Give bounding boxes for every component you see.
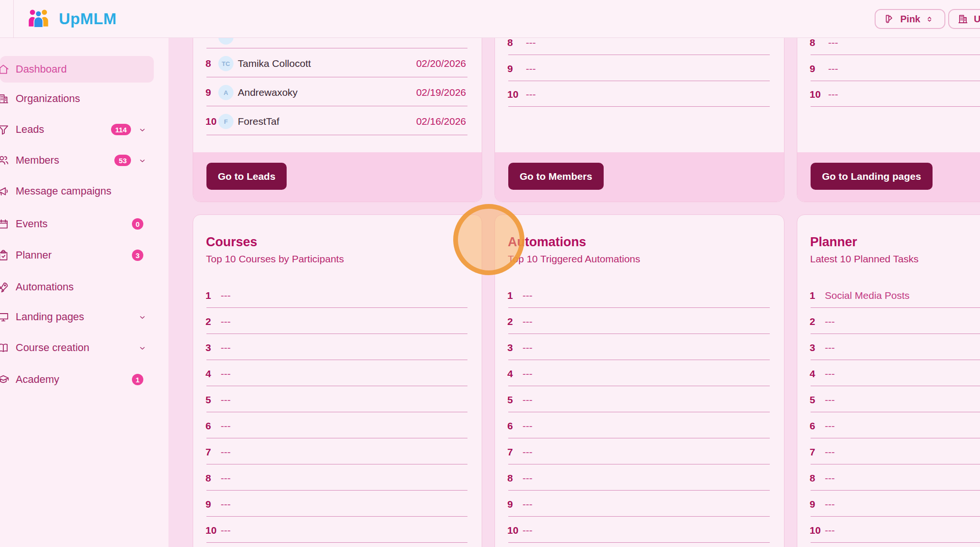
members-card-footer: Go to Members: [495, 152, 784, 202]
row-number: 6: [507, 417, 513, 436]
lead-name: ForestTaf: [238, 112, 280, 131]
sidebar-item-label: Automations: [16, 274, 74, 300]
automations-card: Automations Top 10 Triggered Automations…: [495, 214, 784, 547]
lead-row[interactable]: 10FForestTaf02/16/2026: [193, 112, 482, 131]
lead-name: Tamika Collocott: [238, 54, 311, 73]
list-row: 2---: [193, 312, 482, 331]
row-number: 8: [205, 54, 211, 73]
topbar: UpMLM Pink U: [0, 0, 980, 38]
upmlm-logo-icon: [28, 8, 49, 29]
lead-date: 02/19/2026: [416, 83, 466, 102]
chevron-down-icon: [139, 344, 146, 352]
dashboard-content: 8TCTamika Collocott02/20/20269AAndrewaxo…: [168, 38, 980, 547]
row-separator: [206, 412, 467, 412]
row-value: ---: [221, 443, 231, 462]
calendar-icon: [0, 218, 9, 230]
row-value: ---: [828, 85, 838, 104]
list-row: 8---: [193, 469, 482, 488]
count-badge: 3: [132, 250, 143, 261]
row-separator: [508, 55, 770, 55]
row-number: 9: [810, 495, 815, 514]
landing-pages-card: 8---9---10--- Go to Landing pages: [797, 38, 980, 202]
row-separator: [206, 490, 467, 491]
row-value: ---: [523, 390, 532, 409]
list-row: 6---: [193, 417, 482, 436]
list-row: 7---: [495, 443, 784, 462]
row-separator: [508, 106, 770, 107]
list-row: 8---: [495, 469, 784, 488]
row-separator: [811, 438, 980, 438]
sidebar-item-label: Academy: [16, 366, 59, 393]
sidebar-item-course-creation[interactable]: Course creation: [0, 334, 154, 361]
sidebar-item-automations[interactable]: Automations: [0, 274, 154, 300]
sidebar-item-leads[interactable]: Leads114: [0, 116, 154, 143]
sidebar-item-dashboard[interactable]: Dashboard: [0, 56, 154, 83]
go-to-landing-pages-button[interactable]: Go to Landing pages: [811, 163, 933, 190]
row-number: 10: [205, 112, 216, 131]
go-to-members-button[interactable]: Go to Members: [508, 163, 604, 190]
building-icon: [0, 93, 9, 105]
count-badge: 1: [132, 374, 143, 385]
chevron-down-icon: [139, 157, 146, 165]
row-value: ---: [523, 443, 532, 462]
list-row: 9---: [495, 495, 784, 514]
row-separator: [508, 81, 770, 81]
row-number: 7: [810, 443, 815, 462]
row-number: 5: [810, 390, 815, 409]
list-row: 5---: [797, 390, 980, 409]
row-number: 8: [810, 38, 815, 52]
row-value: ---: [221, 390, 231, 409]
row-value: ---: [825, 521, 835, 540]
row-separator: [206, 77, 467, 77]
row-number: 2: [810, 312, 815, 331]
row-value: ---: [221, 364, 231, 383]
organization-button[interactable]: U: [948, 9, 980, 29]
row-number: 5: [507, 390, 513, 409]
lead-name: Andrewaxoky: [238, 83, 298, 102]
row-value: ---: [523, 495, 532, 514]
row-separator: [206, 48, 467, 48]
row-value: ---: [825, 469, 835, 488]
row-value: ---: [825, 443, 835, 462]
sidebar-item-label: Organizations: [16, 85, 80, 112]
chevron-down-icon: [139, 126, 146, 134]
row-value: ---: [825, 495, 835, 514]
row-separator: [508, 334, 770, 334]
row-separator: [811, 106, 980, 107]
theme-select-button[interactable]: Pink: [875, 9, 945, 29]
lead-row[interactable]: 8TCTamika Collocott02/20/2026: [193, 54, 482, 73]
row-value: ---: [523, 469, 532, 488]
go-to-leads-button[interactable]: Go to Leads: [206, 163, 287, 190]
avatar: A: [218, 85, 233, 100]
row-separator: [206, 542, 467, 543]
row-number: 10: [205, 521, 216, 540]
row-number: 9: [205, 495, 211, 514]
row-separator: [206, 516, 467, 517]
list-row: 1---: [495, 286, 784, 305]
row-value: ---: [523, 364, 532, 383]
row-number: 5: [205, 390, 211, 409]
lead-date: 02/16/2026: [416, 112, 466, 131]
row-value: ---: [523, 286, 532, 305]
row-value: ---: [526, 59, 536, 78]
sidebar-item-planner[interactable]: Planner3: [0, 242, 154, 269]
planner-card: Planner Latest 10 Planned Tasks 1Social …: [797, 214, 980, 547]
row-number: 2: [507, 312, 513, 331]
sidebar-item-academy[interactable]: Academy1: [0, 366, 154, 393]
sidebar-item-label: Dashboard: [16, 56, 67, 83]
row-separator: [206, 334, 467, 334]
chevron-updown-icon: [925, 15, 933, 23]
row-separator: [811, 55, 980, 55]
sidebar-item-events[interactable]: Events0: [0, 211, 154, 237]
row-number: 3: [810, 338, 815, 357]
sidebar-item-members[interactable]: Members53: [0, 147, 154, 174]
sidebar-item-message-campaigns[interactable]: Message campaigns: [0, 178, 154, 204]
list-row: 10---: [193, 521, 482, 540]
sidebar-item-organizations[interactable]: Organizations: [0, 85, 154, 112]
sidebar-item-landing-pages[interactable]: Landing pages: [0, 304, 154, 330]
list-row: 4---: [495, 364, 784, 383]
avatar: TC: [218, 56, 233, 71]
lead-row[interactable]: 9AAndrewaxoky02/19/2026: [193, 83, 482, 102]
row-separator: [508, 516, 770, 517]
row-number: 8: [507, 38, 513, 52]
